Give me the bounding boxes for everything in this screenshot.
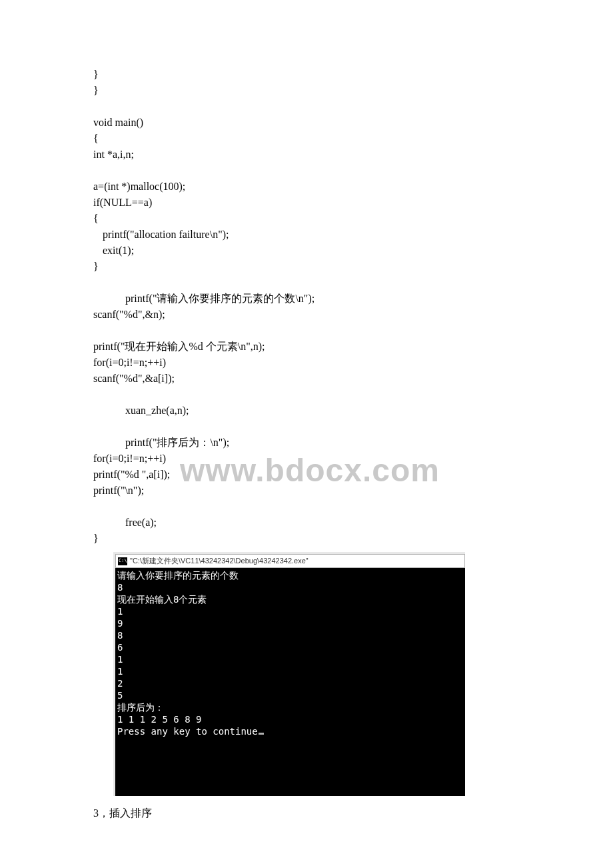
code-line: scanf("%d",&n); bbox=[93, 307, 520, 323]
code-line: printf("排序后为：\n"); bbox=[93, 435, 520, 451]
console-app-icon bbox=[118, 557, 127, 565]
console-titlebar: "C:\新建文件夹\VC11\43242342\Debug\43242342.e… bbox=[115, 554, 465, 568]
console-line: 2 bbox=[117, 677, 463, 689]
console-line: 5 bbox=[117, 689, 463, 701]
console-line: 1 bbox=[117, 665, 463, 677]
cursor-icon bbox=[259, 733, 264, 735]
code-line: printf("请输入你要排序的元素的个数\n"); bbox=[93, 291, 520, 307]
code-line: } bbox=[93, 83, 520, 99]
code-line: scanf("%d",&a[i]); bbox=[93, 371, 520, 387]
console-line: 请输入你要排序的元素的个数 bbox=[117, 569, 463, 581]
console-title: "C:\新建文件夹\VC11\43242342\Debug\43242342.e… bbox=[130, 556, 308, 566]
console-line: Press any key to continue bbox=[117, 725, 463, 737]
console-line: 8 bbox=[117, 581, 463, 593]
console-line: 6 bbox=[117, 641, 463, 653]
code-line: if(NULL==a) bbox=[93, 195, 520, 211]
console-line: 排序后为： bbox=[117, 701, 463, 713]
code-line: for(i=0;i!=n;++i) bbox=[93, 451, 520, 467]
code-line: printf("%d ",a[i]); bbox=[93, 467, 520, 483]
code-line: int *a,i,n; bbox=[93, 147, 520, 163]
console-line: 8 bbox=[117, 629, 463, 641]
code-line: a=(int *)malloc(100); bbox=[93, 179, 520, 195]
console-line: 现在开始输入8个元素 bbox=[117, 593, 463, 605]
console-line: 9 bbox=[117, 617, 463, 629]
console-output: 请输入你要排序的元素的个数 8 现在开始输入8个元素 1 9 8 6 1 1 2… bbox=[115, 568, 465, 796]
console-line: 1 bbox=[117, 605, 463, 617]
code-line: printf("现在开始输入%d 个元素\n",n); bbox=[93, 339, 520, 355]
code-line: { bbox=[93, 211, 520, 227]
code-line: void main() bbox=[93, 115, 520, 131]
code-line: printf("\n"); bbox=[93, 483, 520, 499]
code-line: for(i=0;i!=n;++i) bbox=[93, 355, 520, 371]
console-window: "C:\新建文件夹\VC11\43242342\Debug\43242342.e… bbox=[113, 552, 465, 796]
code-line: } bbox=[93, 531, 520, 547]
code-line: } bbox=[93, 67, 520, 83]
code-line: } bbox=[93, 259, 520, 275]
code-line: printf("allocation failture\n"); bbox=[93, 227, 520, 243]
console-line: 1 1 1 2 5 6 8 9 bbox=[117, 713, 463, 725]
code-line: exit(1); bbox=[93, 243, 520, 259]
section-heading: 3，插入排序 bbox=[93, 807, 520, 821]
code-line: { bbox=[93, 131, 520, 147]
code-line: xuan_zhe(a,n); bbox=[93, 403, 520, 419]
code-line: free(a); bbox=[93, 515, 520, 531]
console-line: 1 bbox=[117, 653, 463, 665]
